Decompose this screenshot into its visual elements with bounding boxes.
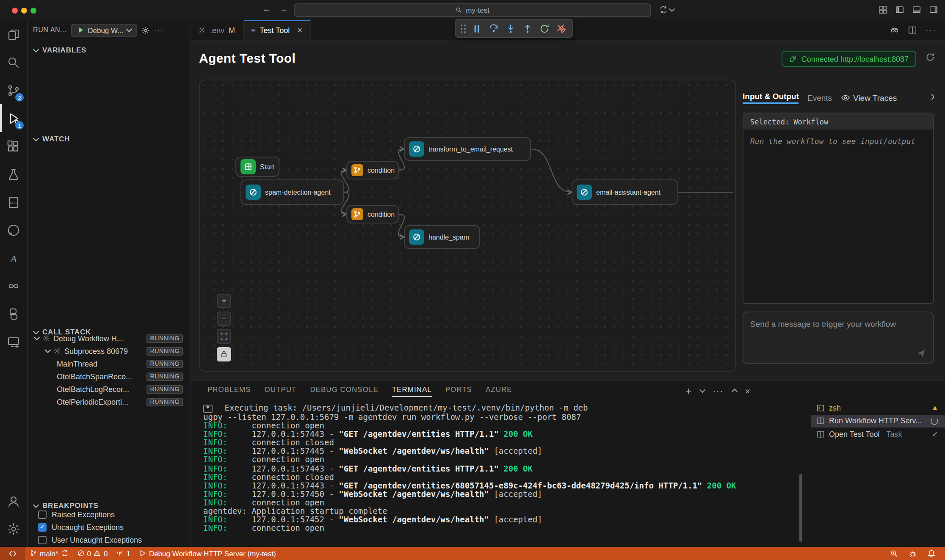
breakpoint-checkbox[interactable]	[38, 510, 47, 519]
panel-expand-chevron-icon[interactable]	[929, 94, 934, 99]
toolbar-drag-handle[interactable]	[461, 24, 466, 33]
toggle-panel-icon[interactable]	[912, 5, 921, 14]
activity-item-extensions[interactable]	[0, 132, 27, 160]
workflow-node-cond1[interactable]: condition	[346, 161, 399, 179]
branch-status[interactable]: main*	[25, 546, 72, 560]
disconnect-button[interactable]	[555, 22, 567, 34]
step-out-button[interactable]	[522, 22, 533, 34]
panel-tab-output[interactable]: OUTPUT	[265, 385, 297, 396]
maximize-window-button[interactable]	[30, 7, 36, 13]
zoom-out-button[interactable]: −	[217, 312, 231, 326]
toggle-secondary-sidebar-icon[interactable]	[929, 5, 938, 14]
tab-test-tool[interactable]: ≡Test Tool×	[243, 20, 311, 40]
activity-item-testing[interactable]	[0, 160, 27, 188]
sidebar-more-actions-icon[interactable]: ···	[154, 26, 164, 34]
workflow-node-handle[interactable]: handle_spam	[404, 225, 480, 249]
activity-item-source-control[interactable]: 2	[0, 76, 27, 104]
close-window-button[interactable]	[12, 7, 18, 13]
maximize-panel-icon[interactable]	[731, 389, 737, 394]
activity-item-python[interactable]	[0, 300, 27, 328]
breakpoint-checkbox[interactable]: ✓	[38, 523, 47, 531]
step-over-button[interactable]	[488, 22, 500, 34]
refresh-connection-icon[interactable]	[926, 52, 935, 62]
ports-status[interactable]: 1	[112, 546, 134, 560]
activity-item-accounts[interactable]	[0, 487, 27, 515]
activity-item-github[interactable]	[0, 216, 27, 244]
toggle-primary-sidebar-icon[interactable]	[895, 5, 904, 14]
panel-tab-ports[interactable]: PORTS	[445, 385, 472, 396]
copilot-icon[interactable]	[890, 25, 899, 35]
panel-tab-azure[interactable]: AZURE	[486, 385, 512, 396]
close-panel-icon[interactable]: ×	[745, 386, 750, 396]
editor-more-actions-icon[interactable]: ···	[926, 25, 937, 35]
activity-item-run-and-debug[interactable]: 1	[0, 104, 27, 132]
call-stack-row[interactable]: Subprocess 80679RUNNING	[28, 345, 190, 357]
breakpoint-checkbox[interactable]	[38, 535, 47, 544]
variables-section-header[interactable]: VARIABLES	[28, 44, 190, 56]
debug-settings-gear-icon[interactable]	[141, 26, 149, 34]
pause-button[interactable]	[471, 22, 483, 34]
call-stack-row[interactable]: OtelBatchLogRecor...RUNNING	[28, 383, 190, 395]
activity-item-prompt-flow[interactable]	[0, 272, 27, 300]
call-stack-row[interactable]: OtelBatchSpanReco...RUNNING	[28, 370, 190, 383]
fit-view-button[interactable]	[217, 329, 231, 344]
inspector-tab-input-output[interactable]: Input & Output	[743, 91, 799, 104]
panel-tab-terminal[interactable]: TERMINAL	[392, 385, 432, 397]
command-center-search[interactable]: my-test	[294, 3, 651, 17]
workflow-node-start[interactable]: Start	[235, 157, 279, 177]
terminal-profile-chevron-icon[interactable]	[699, 387, 705, 393]
activity-item-remote-explorer[interactable]	[0, 328, 27, 356]
call-stack-row[interactable]: OtelPeriodicExporti...RUNNING	[28, 395, 190, 408]
step-into-button[interactable]	[505, 22, 517, 34]
terminal-task-row[interactable]: Open Test ToolTask✓	[811, 428, 945, 441]
call-stack-row[interactable]: MainThreadRUNNING	[28, 357, 190, 370]
debug-launch-dropdown[interactable]: Debug W...	[71, 23, 137, 37]
breakpoint-row[interactable]: User Uncaught Exceptions	[28, 533, 190, 546]
session-sync-icon[interactable]	[659, 5, 674, 14]
history-forward-button[interactable]: →	[279, 4, 288, 14]
breakpoint-row[interactable]: ✓Uncaught Exceptions	[28, 521, 190, 533]
inspector-tab-events[interactable]: Events	[807, 93, 832, 102]
call-stack-row[interactable]: Debug Workflow H...RUNNING	[28, 332, 190, 345]
close-tab-icon[interactable]: ×	[297, 25, 302, 35]
send-message-icon[interactable]	[916, 348, 926, 358]
activity-item-log-viewer[interactable]: LOG	[0, 188, 27, 216]
terminal-output[interactable]: * Executing task: /Users/junjieli/Develo…	[203, 404, 606, 533]
workflow-node-cond2[interactable]: condition	[346, 205, 399, 223]
zoom-in-button[interactable]: +	[217, 294, 231, 308]
lock-button[interactable]	[217, 347, 231, 361]
split-editor-icon[interactable]	[908, 25, 917, 35]
start-debug-icon[interactable]	[77, 26, 84, 34]
layout-grid-icon[interactable]	[878, 5, 887, 14]
connection-status-badge[interactable]: Connected http://localhost:8087	[782, 51, 916, 67]
feedback-bug-icon[interactable]	[904, 549, 921, 557]
terminal-task-row[interactable]: zsh▲	[811, 401, 945, 414]
tab--env[interactable]: .envM	[191, 20, 243, 40]
new-terminal-icon[interactable]: +	[685, 385, 691, 397]
workflow-node-spam[interactable]: spam-detection-agent	[240, 179, 344, 205]
activity-item-search[interactable]	[0, 48, 27, 76]
activity-item-azure-ai[interactable]: A	[0, 244, 27, 272]
history-back-button[interactable]: ←	[262, 4, 271, 14]
activity-item-settings[interactable]	[0, 515, 27, 543]
remote-indicator[interactable]	[0, 546, 25, 560]
view-traces-button[interactable]: View Traces	[840, 93, 897, 102]
problems-status[interactable]: 0 0	[72, 546, 112, 560]
debug-server-status[interactable]: Debug Workflow HTTP Server (my-test)	[135, 546, 280, 560]
notifications-bell-icon[interactable]	[923, 549, 940, 557]
activity-item-explorer[interactable]	[0, 20, 27, 48]
watch-section-header[interactable]: WATCH	[28, 133, 190, 145]
workflow-node-email[interactable]: email-assistant-agent	[572, 179, 678, 205]
panel-more-actions-icon[interactable]: ···	[713, 386, 724, 395]
terminal-scrollbar[interactable]	[799, 474, 802, 542]
screencast-zoom-icon[interactable]	[886, 549, 903, 557]
panel-tab-problems[interactable]: PROBLEMS	[207, 385, 251, 396]
breakpoint-row[interactable]: Raised Exceptions	[28, 508, 190, 521]
minimize-window-button[interactable]	[21, 7, 27, 13]
workflow-canvas[interactable]: +− Startspam-detection-agentconditiontra…	[199, 80, 736, 372]
workflow-node-transform[interactable]: transform_to_email_request	[404, 137, 531, 161]
terminal-task-row[interactable]: Run Workflow HTTP Serv...	[811, 414, 945, 428]
panel-tab-debug-console[interactable]: DEBUG CONSOLE	[310, 385, 378, 396]
message-input[interactable]: Send a message to trigger your workflow	[743, 312, 934, 364]
restart-button[interactable]	[539, 22, 550, 34]
